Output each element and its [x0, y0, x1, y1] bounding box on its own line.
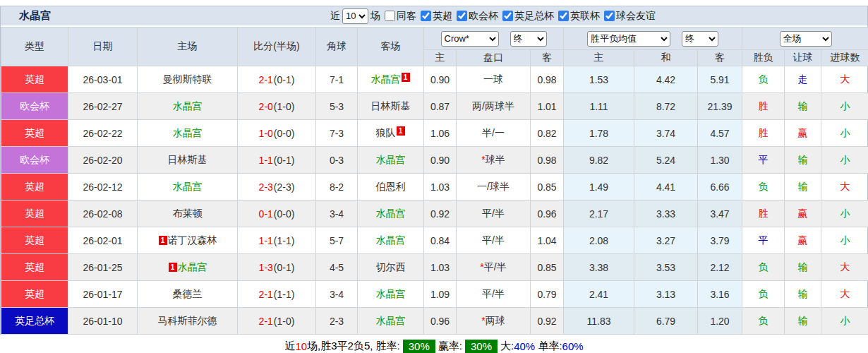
team-name[interactable]: 伯恩利	[376, 181, 406, 192]
team-name[interactable]: 狼队	[376, 127, 396, 138]
team-name[interactable]: 诺丁汉森林	[168, 234, 217, 246]
team-name[interactable]: 水晶宫	[371, 73, 401, 85]
team-name[interactable]: 水晶宫	[173, 127, 203, 138]
team-name[interactable]: 水晶宫	[376, 154, 406, 165]
avg-select[interactable]: 胜平负均值	[587, 31, 670, 47]
date-cell: 26-01-17	[68, 281, 138, 308]
halftime-score: (2-3)	[274, 181, 295, 193]
col-header-result: 胜负	[742, 50, 785, 66]
fulltime-score: 0-1	[259, 208, 273, 220]
avg-draw-cell: 3.74	[634, 120, 698, 147]
date-cell: 26-02-20	[68, 147, 138, 174]
avg-home-cell: 1.53	[564, 66, 634, 93]
handicap-result-cell: 赢	[785, 201, 821, 227]
corner-cell: 0-3	[316, 147, 358, 174]
filter-item[interactable]: 英超	[421, 10, 452, 23]
filter-item[interactable]: 欧会杯	[457, 10, 498, 23]
odds-company-select[interactable]: Crow*	[441, 31, 499, 47]
avg-away-cell: 1.20	[698, 308, 742, 335]
goals-cell: 小	[821, 120, 868, 147]
league-cell: 欧会杯	[1, 147, 68, 174]
col-header-handicap: 盘口	[457, 50, 531, 66]
filter-item[interactable]: 英足总杯	[502, 10, 554, 23]
team-name[interactable]: 曼彻斯特联	[163, 73, 212, 85]
filter-label: 英超	[433, 10, 452, 23]
filter-checkbox[interactable]	[558, 11, 569, 21]
match-row: 欧会杯26-02-27水晶宫2-0(1-0)5-3日林斯基0.87两/两球半1.…	[1, 93, 868, 120]
filter-checkbox[interactable]	[502, 11, 513, 21]
team-name[interactable]: 桑德兰	[173, 288, 203, 299]
goals-cell: 大	[821, 281, 868, 308]
match-row: 英超26-02-22水晶宫1-0(0-0)7-3狼队11.06半/一0.821.…	[1, 120, 868, 147]
fulltime-score: 2-3	[259, 181, 273, 193]
corner-cell: 4-5	[316, 254, 358, 281]
team-name[interactable]: 水晶宫	[173, 100, 203, 112]
away-team-cell: 水晶宫	[358, 147, 424, 174]
filter-label: 英足总杯	[514, 10, 554, 23]
goals-cell: 小	[821, 201, 868, 227]
avg-draw-cell: 3.27	[634, 227, 698, 254]
filter-checkbox[interactable]	[421, 11, 431, 21]
avg-state-select[interactable]: 终	[682, 31, 718, 47]
avg-home-cell: 11.83	[564, 308, 634, 335]
summary-segment: 60%	[562, 340, 584, 352]
team-name[interactable]: 日林斯基	[371, 100, 411, 112]
scope-select[interactable]: 全场	[780, 31, 832, 47]
score-cell: 2-0(1-0)	[238, 93, 316, 120]
goals-cell: 大	[821, 174, 868, 201]
handicap-result-cell: 输	[785, 254, 821, 281]
handicap-text: 两球	[486, 315, 505, 326]
filter-item[interactable]: 球会友谊	[604, 10, 656, 23]
avg-draw-cell: 8.72	[634, 93, 698, 120]
filter-checkbox[interactable]	[385, 11, 395, 21]
filter-checkbox[interactable]	[457, 11, 467, 21]
handicap-cell: 一/球半	[457, 174, 531, 201]
handicap-text: 两/两球半	[472, 100, 514, 112]
date-cell: 26-02-01	[68, 227, 138, 254]
avg-draw-cell: 3.13	[634, 281, 698, 308]
rank-badge: 1	[397, 126, 405, 136]
team-name[interactable]: 切尔西	[376, 261, 406, 273]
col-header-odds-away: 客	[531, 50, 564, 66]
halftime-score: (1-0)	[274, 316, 295, 327]
filter-item[interactable]: 英联杯	[558, 10, 600, 23]
match-count-select[interactable]: 10	[342, 8, 368, 24]
col-header-score: 比分(半场)	[238, 28, 316, 66]
odds-state-select[interactable]: 终	[510, 31, 547, 47]
handicap-cell: 两/两球半	[457, 93, 531, 120]
summary-segment: 单率:	[535, 340, 562, 353]
team-name[interactable]: 日林斯基	[168, 154, 207, 165]
avg-away-cell: 1.30	[698, 147, 742, 174]
summary-segment: 40%	[514, 340, 535, 352]
team-name[interactable]: 水晶宫	[178, 261, 207, 273]
filter-checkbox[interactable]	[604, 11, 615, 21]
games-label: 场	[370, 10, 380, 23]
team-name[interactable]: 水晶宫	[376, 315, 406, 326]
league-cell: 英超	[1, 174, 68, 201]
home-team-cell: 水晶宫	[138, 174, 238, 201]
avg-home-cell: 2.17	[564, 201, 634, 227]
col-header-avg-home: 主	[564, 50, 634, 66]
col-header-home: 主场	[138, 28, 238, 66]
halftime-score: (1-0)	[274, 101, 295, 112]
team-name[interactable]: 水晶宫	[173, 181, 203, 192]
team-name[interactable]: 水晶宫	[376, 234, 406, 246]
odds-home-cell: 1.09	[424, 281, 457, 308]
col-header-odds-home: 主	[424, 50, 457, 66]
handicap-result-cell: 输	[785, 281, 821, 308]
odds-group-header: Crow* 终	[424, 28, 564, 50]
col-header-corner: 角球	[316, 28, 358, 66]
date-cell: 26-02-08	[68, 201, 138, 227]
match-row: 英超26-03-01曼彻斯特联2-1(0-1)7-1水晶宫10.90一球0.98…	[1, 66, 868, 93]
team-name[interactable]: 马科斯菲尔德	[158, 315, 217, 326]
col-header-away: 客场	[358, 28, 424, 66]
team-name[interactable]: 布莱顿	[173, 208, 203, 219]
match-row: 英足总杯26-01-10马科斯菲尔德2-1(1-0)2-3水晶宫0.96*两球0…	[1, 308, 868, 335]
team-name[interactable]: 水晶宫	[376, 208, 406, 219]
team-name[interactable]: 水晶宫	[376, 288, 406, 299]
filter-item[interactable]: 同客	[385, 10, 416, 23]
avg-home-cell: 9.82	[564, 147, 634, 174]
date-cell: 26-01-10	[68, 308, 138, 335]
match-row: 英超26-02-011诺丁汉森林1-1(1-1)5-7水晶宫0.84平/半1.0…	[1, 227, 868, 254]
handicap-text: 平/半	[482, 234, 505, 246]
